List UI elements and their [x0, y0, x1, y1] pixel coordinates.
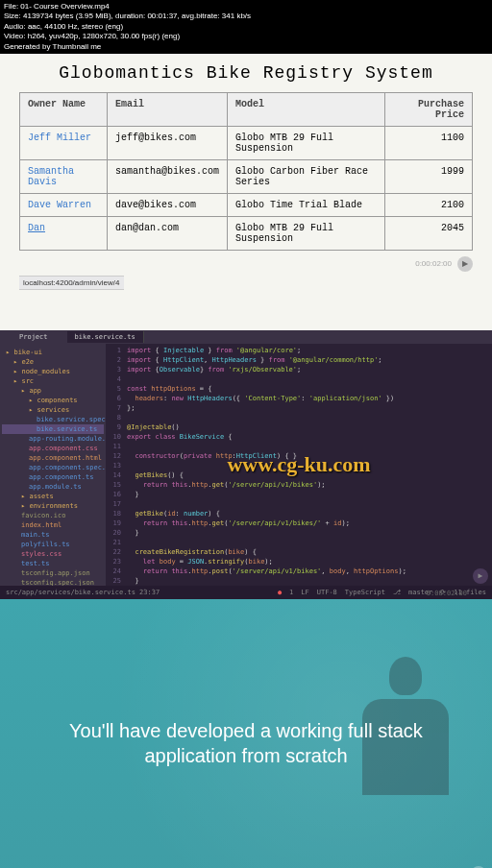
- tree-item-bike-ui[interactable]: ▸ bike-ui: [2, 348, 104, 357]
- code-content[interactable]: import { Injectable } from '@angular/cor…: [123, 344, 492, 586]
- play-icon[interactable]: ▶: [457, 256, 473, 272]
- tree-item-bike-service-spec-ts[interactable]: bike.service.spec.ts: [2, 415, 104, 424]
- cell-email: samantha@bikes.com: [108, 159, 228, 193]
- cell-price: 2045: [384, 216, 472, 250]
- cell-model: Globo Time Trial Blade: [228, 193, 385, 216]
- tree-item-environments[interactable]: ▸ environments: [2, 501, 104, 511]
- owner-link[interactable]: Samantha Davis: [28, 166, 74, 187]
- media-line: Video: h264, yuv420p, 1280x720, 30.00 fp…: [4, 32, 488, 41]
- tree-item-services[interactable]: ▸ services: [2, 405, 104, 415]
- cell-email: jeff@bikes.com: [108, 126, 228, 159]
- table-row: Dan dan@dan.com Globo MTB 29 Full Suspen…: [20, 216, 473, 250]
- media-line: Generated by Thumbnail me: [4, 42, 488, 52]
- tree-item-app-component-ts[interactable]: app.component.ts: [2, 472, 104, 482]
- col-price: Purchase Price: [384, 92, 472, 126]
- tree-item-favicon-ico[interactable]: favicon.ico: [2, 511, 104, 520]
- table-row: Dave Warren dave@bikes.com Globo Time Tr…: [20, 193, 473, 216]
- play-icon[interactable]: ▶: [473, 568, 488, 584]
- tree-item-app-routing-module-ts[interactable]: app-routing.module.ts: [2, 434, 104, 444]
- media-line: Size: 4139734 bytes (3.95 MiB), duration…: [4, 12, 488, 21]
- tree-item-test-ts[interactable]: test.ts: [2, 559, 104, 568]
- tree-item-src[interactable]: ▸ src: [2, 376, 104, 386]
- owner-link[interactable]: Dan: [28, 223, 45, 233]
- tree-item-styles-css[interactable]: styles.css: [2, 549, 104, 559]
- ide-panel: Project bike.service.ts ▸ bike-ui▸ e2e▸ …: [0, 330, 492, 599]
- cell-email: dave@bikes.com: [108, 193, 228, 216]
- tree-item-tsconfig-spec-json[interactable]: tsconfig.spec.json: [2, 578, 104, 586]
- tree-item-bike-service-ts[interactable]: bike.service.ts: [2, 424, 104, 434]
- media-info-header: File: 01- Course Overview.mp4 Size: 4139…: [0, 0, 492, 54]
- thumb-time: 0:00:02:00: [427, 590, 467, 597]
- owner-link[interactable]: Dave Warren: [28, 200, 91, 210]
- promo-headline: You'll have developed a working full sta…: [0, 718, 492, 768]
- tree-item-main-ts[interactable]: main.ts: [2, 530, 104, 540]
- media-line: Audio: aac, 44100 Hz, stereo (eng): [4, 22, 488, 32]
- tree-item-node-modules[interactable]: ▸ node_modules: [2, 367, 104, 376]
- status-lang[interactable]: TypeScript: [345, 589, 385, 596]
- git-branch-icon: ⎇: [393, 589, 401, 596]
- tree-item-e2e[interactable]: ▸ e2e: [2, 357, 104, 367]
- status-encoding[interactable]: UTF-8: [317, 589, 337, 596]
- editor-tab[interactable]: bike.service.ts: [67, 331, 144, 343]
- tree-item-tsconfig-app-json[interactable]: tsconfig.app.json: [2, 568, 104, 578]
- tree-item-app-component-html[interactable]: app.component.html: [2, 453, 104, 463]
- tree-item-app[interactable]: ▸ app: [2, 386, 104, 396]
- line-gutter: 1234567891011121314151617181920212223242…: [106, 344, 123, 586]
- cell-email: dan@dan.com: [108, 216, 228, 250]
- file-tree[interactable]: ▸ bike-ui▸ e2e▸ node_modules▸ src▸ app▸ …: [0, 344, 106, 586]
- ide-header: Project bike.service.ts: [0, 330, 492, 344]
- promo-panel: You'll have developed a working full sta…: [0, 599, 492, 868]
- error-count: 1: [289, 589, 293, 596]
- error-icon[interactable]: ●: [278, 589, 282, 596]
- status-lf[interactable]: LF: [301, 589, 308, 596]
- address-bar[interactable]: localhost:4200/admin/view/4: [19, 276, 124, 290]
- table-row: Samantha Davis samantha@bikes.com Globo …: [20, 159, 473, 193]
- tree-item-components[interactable]: ▸ components: [2, 396, 104, 405]
- tree-item-app-module-ts[interactable]: app.module.ts: [2, 482, 104, 492]
- registry-title: Globomantics Bike Registry System: [19, 63, 473, 83]
- col-owner: Owner Name: [20, 92, 108, 126]
- status-bar: src/app/services/bike.service.ts 23:37 ●…: [0, 586, 492, 599]
- tree-item-app-component-spec-ts[interactable]: app.component.spec.ts: [2, 463, 104, 472]
- tree-item-polyfills-ts[interactable]: polyfills.ts: [2, 540, 104, 549]
- code-editor[interactable]: 1234567891011121314151617181920212223242…: [106, 344, 492, 586]
- owner-link[interactable]: Jeff Miller: [28, 133, 91, 143]
- cell-model: Globo Carbon Fiber Race Series: [228, 159, 385, 193]
- registry-table: Owner Name Email Model Purchase Price Je…: [19, 92, 473, 251]
- cell-price: 2100: [384, 193, 472, 216]
- media-line: File: 01- Course Overview.mp4: [4, 2, 488, 12]
- tree-item-index-html[interactable]: index.html: [2, 520, 104, 530]
- table-row: Jeff Miller jeff@bikes.com Globo MTB 29 …: [20, 126, 473, 159]
- cell-model: Globo MTB 29 Full Suspension: [228, 216, 385, 250]
- registry-panel: Globomantics Bike Registry System Owner …: [0, 54, 492, 330]
- tree-item-app-component-css[interactable]: app.component.css: [2, 444, 104, 453]
- col-model: Model: [228, 92, 385, 126]
- thumb-time: 0:00:02:00: [415, 259, 452, 268]
- status-path: src/app/services/bike.service.ts 23:37: [6, 589, 160, 596]
- cell-price: 1100: [384, 126, 472, 159]
- cell-model: Globo MTB 29 Full Suspension: [228, 126, 385, 159]
- col-email: Email: [108, 92, 228, 126]
- cell-price: 1999: [384, 159, 472, 193]
- tree-item-assets[interactable]: ▸ assets: [2, 492, 104, 501]
- project-label: Project: [0, 333, 67, 341]
